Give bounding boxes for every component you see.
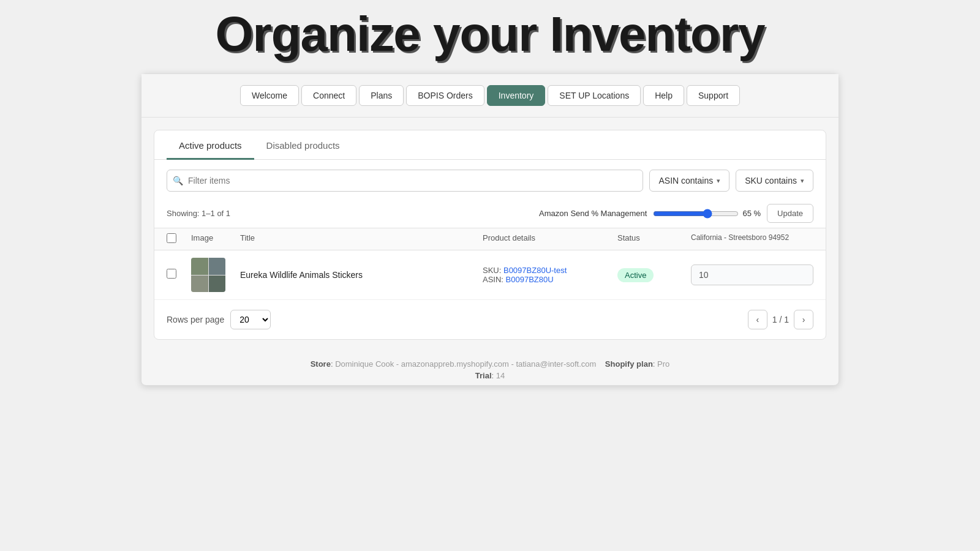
trial-value: 14 xyxy=(496,371,505,380)
plan-value: Pro xyxy=(657,359,669,369)
status-cell: Active xyxy=(617,268,691,282)
rows-per-page-select[interactable]: 20 50 100 xyxy=(230,310,271,329)
nav-welcome[interactable]: Welcome xyxy=(240,85,299,106)
footer: Store: Dominique Cook - amazonappreb.mys… xyxy=(141,352,839,385)
pct-value: 65 % xyxy=(742,209,761,218)
product-title: Eureka Wildlife Animals Stickers xyxy=(240,270,483,280)
col-title: Title xyxy=(240,233,483,245)
nav-help[interactable]: Help xyxy=(643,85,684,106)
nav-plans[interactable]: Plans xyxy=(359,85,404,106)
col-product-details: Product details xyxy=(483,233,617,245)
table-row: Eureka Wildlife Animals Stickers SKU: B0… xyxy=(154,250,826,300)
nav-connect[interactable]: Connect xyxy=(301,85,356,106)
product-image-grid xyxy=(191,258,225,292)
col-image: Image xyxy=(191,233,240,245)
store-label: Store xyxy=(311,359,331,369)
page-nav: ‹ 1 / 1 › xyxy=(748,310,813,329)
rows-per-page-label: Rows per page xyxy=(167,315,224,324)
img-cell-1 xyxy=(191,258,208,275)
sku-row: SKU: B0097BZ80U-test xyxy=(483,266,617,275)
nav-bar: Welcome Connect Plans BOPIS Orders Inven… xyxy=(141,74,839,118)
hero-title: Organize your Inventory xyxy=(215,6,764,62)
search-wrapper: 🔍 xyxy=(167,170,643,192)
pagination-row: Rows per page 20 50 100 ‹ 1 / 1 › xyxy=(154,300,826,339)
search-icon: 🔍 xyxy=(173,176,183,186)
status-badge: Active xyxy=(617,268,654,282)
footer-store: Store: Dominique Cook - amazonappreb.mys… xyxy=(154,359,826,369)
prev-page-button[interactable]: ‹ xyxy=(748,310,767,329)
store-value: Dominique Cook - amazonappreb.myshopify.… xyxy=(335,359,596,369)
page-info: 1 / 1 xyxy=(772,315,789,324)
slider-wrapper: 65 % xyxy=(653,209,761,219)
nav-support[interactable]: Support xyxy=(687,85,740,106)
sku-value[interactable]: B0097BZ80U-test xyxy=(503,266,567,275)
send-pct-slider[interactable] xyxy=(653,209,739,219)
sku-label: SKU: xyxy=(483,266,501,275)
showing-row: Showing: 1–1 of 1 Amazon Send % Manageme… xyxy=(154,201,826,228)
footer-trial: Trial: 14 xyxy=(154,371,826,380)
asin-value[interactable]: B0097BZ80U xyxy=(506,275,554,284)
plan-label: Shopify plan xyxy=(605,359,653,369)
app-container: Welcome Connect Plans BOPIS Orders Inven… xyxy=(141,73,839,386)
tab-active-products[interactable]: Active products xyxy=(167,130,254,160)
col-status: Status xyxy=(617,233,691,245)
product-image xyxy=(191,258,240,292)
showing-count: Showing: 1–1 of 1 xyxy=(167,209,230,218)
asin-filter-button[interactable]: ASIN contains xyxy=(649,170,729,192)
qty-input[interactable] xyxy=(691,264,813,285)
asin-label: ASIN: xyxy=(483,275,503,284)
search-input[interactable] xyxy=(167,170,643,192)
col-location: California - Streetsboro 94952 xyxy=(691,233,813,245)
sku-filter-button[interactable]: SKU contains xyxy=(736,170,813,192)
nav-inventory[interactable]: Inventory xyxy=(487,85,546,106)
row-checkbox xyxy=(167,269,191,281)
img-cell-4 xyxy=(209,276,226,293)
img-cell-2 xyxy=(209,258,226,275)
nav-setup[interactable]: SET UP Locations xyxy=(548,85,641,106)
row-select-checkbox[interactable] xyxy=(167,269,176,279)
main-content: Active products Disabled products 🔍 ASIN… xyxy=(154,130,826,340)
next-page-button[interactable]: › xyxy=(794,310,813,329)
asin-row: ASIN: B0097BZ80U xyxy=(483,275,617,284)
product-details: SKU: B0097BZ80U-test ASIN: B0097BZ80U xyxy=(483,266,617,284)
nav-bopis[interactable]: BOPIS Orders xyxy=(406,85,484,106)
trial-label: Trial xyxy=(475,371,492,380)
rows-per-page: Rows per page 20 50 100 xyxy=(167,310,271,329)
update-button[interactable]: Update xyxy=(767,204,813,223)
management-control: Amazon Send % Management 65 % Update xyxy=(539,204,813,223)
management-label: Amazon Send % Management xyxy=(539,209,647,218)
toolbar: 🔍 ASIN contains SKU contains xyxy=(154,160,826,201)
table-header: Image Title Product details Status Calif… xyxy=(154,228,826,250)
col-checkbox xyxy=(167,233,191,245)
tabs: Active products Disabled products xyxy=(154,130,826,160)
select-all-checkbox[interactable] xyxy=(167,233,176,243)
tab-disabled-products[interactable]: Disabled products xyxy=(254,130,352,160)
img-cell-3 xyxy=(191,276,208,293)
qty-cell xyxy=(691,264,813,285)
